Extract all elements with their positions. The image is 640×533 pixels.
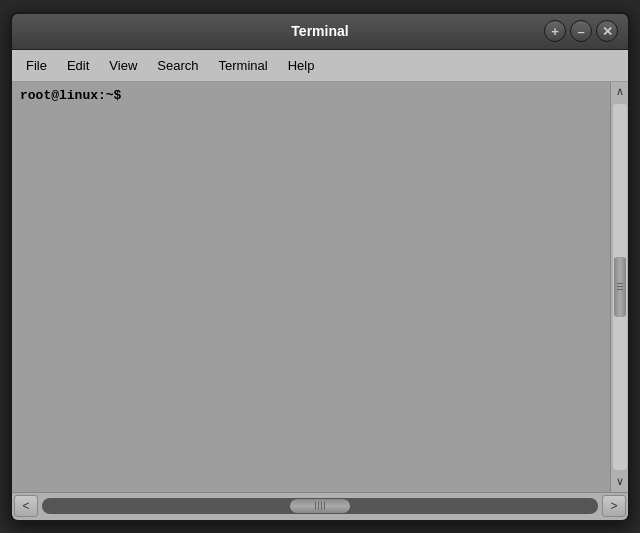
add-button[interactable]: + <box>544 20 566 42</box>
horizontal-scrollbar: < > <box>12 492 628 520</box>
grip-line-1 <box>617 283 623 284</box>
h-grip-line-3 <box>321 502 322 510</box>
grip-line-2 <box>617 286 623 287</box>
window-controls: + – ✕ <box>544 20 618 42</box>
terminal-area[interactable]: root@linux:~$ <box>12 82 610 492</box>
scroll-thumb-vertical[interactable] <box>614 257 626 317</box>
content-area: root@linux:~$ ∧ ∨ <box>12 82 628 492</box>
menubar: File Edit View Search Terminal Help <box>12 50 628 82</box>
menu-help[interactable]: Help <box>280 54 323 77</box>
close-button[interactable]: ✕ <box>596 20 618 42</box>
scroll-thumb-horizontal[interactable] <box>290 499 350 513</box>
window-title: Terminal <box>291 23 348 39</box>
terminal-window: Terminal + – ✕ File Edit View Search Ter… <box>10 12 630 522</box>
scroll-up-arrow[interactable]: ∧ <box>611 82 629 102</box>
menu-view[interactable]: View <box>101 54 145 77</box>
minimize-button[interactable]: – <box>570 20 592 42</box>
vertical-scrollbar: ∧ ∨ <box>610 82 628 492</box>
scroll-left-arrow[interactable]: < <box>14 495 38 517</box>
menu-search[interactable]: Search <box>149 54 206 77</box>
scroll-track-horizontal[interactable] <box>42 498 598 514</box>
titlebar: Terminal + – ✕ <box>12 14 628 50</box>
h-grip-line-4 <box>324 502 325 510</box>
terminal-prompt: root@linux:~$ <box>20 88 602 103</box>
menu-file[interactable]: File <box>18 54 55 77</box>
scroll-down-arrow[interactable]: ∨ <box>611 472 629 492</box>
grip-line-3 <box>617 289 623 290</box>
h-grip-line-2 <box>318 502 319 510</box>
scroll-right-arrow[interactable]: > <box>602 495 626 517</box>
menu-edit[interactable]: Edit <box>59 54 97 77</box>
scroll-track-vertical[interactable] <box>613 104 627 470</box>
menu-terminal[interactable]: Terminal <box>211 54 276 77</box>
h-grip-line-1 <box>315 502 316 510</box>
scroll-thumb-grip <box>617 283 623 290</box>
